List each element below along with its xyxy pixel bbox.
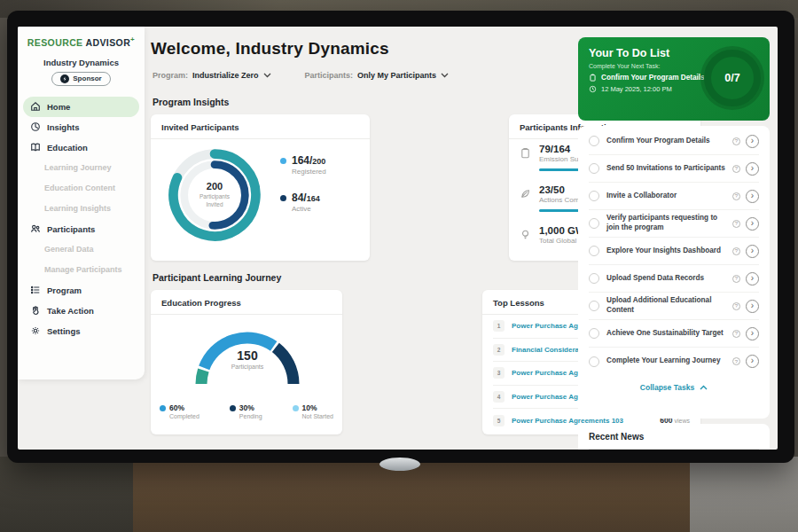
completed-value: 60%	[169, 403, 200, 412]
clock-icon	[589, 85, 597, 93]
todo-item[interactable]: Verify participants requesting to join t…	[589, 210, 759, 238]
legend-pending: 30% Pending	[230, 403, 262, 419]
chevron-right-icon[interactable]: ›	[746, 135, 759, 148]
todo-hero-panel: Your To Do List Complete Your Next Task:…	[578, 37, 770, 121]
main-content: Welcome, Industry Dynamics Program: Indu…	[151, 27, 567, 450]
checkbox[interactable]	[589, 246, 599, 256]
todo-item[interactable]: Send 50 Invitations to Participants ? ›	[589, 155, 759, 183]
invited-total-caption-1: Participants	[200, 193, 230, 201]
info-icon[interactable]: ?	[732, 302, 740, 310]
chevron-right-icon[interactable]: ›	[746, 217, 759, 231]
active-label: Active	[292, 205, 326, 213]
info-icon[interactable]: ?	[732, 247, 740, 255]
gauge-caption: Participants	[181, 364, 314, 370]
legend-active: 84/164 Active	[280, 192, 326, 213]
education-gauge-chart: 150 Participants	[181, 317, 314, 392]
background-desk-paper	[690, 457, 798, 532]
collapse-tasks-link[interactable]: Collapse Tasks	[589, 375, 759, 400]
info-icon[interactable]: ?	[732, 137, 740, 145]
participants-icon	[30, 223, 41, 234]
book-icon	[30, 142, 41, 153]
participants-filter[interactable]: Participants: Only My Participants	[305, 71, 450, 80]
dashboard-screen: RESOURCE ADVISOR+ Industry Dynamics Spon…	[18, 27, 778, 450]
info-icon[interactable]: ?	[732, 165, 740, 173]
sidebar-item-education-content[interactable]: Education Content	[18, 178, 145, 199]
todo-item-label: Upload Additional Educational Content	[606, 296, 729, 315]
monitor-bezel: RESOURCE ADVISOR+ Industry Dynamics Spon…	[7, 11, 794, 463]
recent-news-title: Recent News	[589, 432, 759, 450]
sidebar-item-label: Insights	[47, 122, 79, 132]
active-denominator: 164	[307, 194, 320, 203]
registered-label: Registered	[292, 168, 326, 176]
filter-bar: Program: Industrialize Zero Participants…	[153, 71, 449, 80]
donut-legend: 164/200 Registered 84/164 Active	[280, 154, 326, 229]
checkbox[interactable]	[589, 273, 599, 284]
sidebar-item-home[interactable]: Home	[23, 97, 139, 117]
chevron-right-icon[interactable]: ›	[746, 355, 759, 368]
checkbox[interactable]	[589, 136, 599, 146]
participants-filter-value: Only My Participants	[357, 71, 436, 80]
info-icon[interactable]: ?	[732, 330, 740, 338]
program-filter[interactable]: Program: Industrialize Zero	[153, 71, 271, 80]
sidebar-item-settings[interactable]: Settings	[18, 321, 145, 341]
sponsor-badge-icon	[60, 74, 69, 83]
info-icon[interactable]: ?	[732, 357, 740, 365]
sidebar-nav: Home Insights Education Learning Journey…	[18, 97, 145, 341]
sidebar-item-label: Program	[47, 286, 82, 295]
recent-news-panel: Recent News	[578, 424, 770, 450]
chevron-right-icon[interactable]: ›	[746, 327, 759, 340]
chevron-right-icon[interactable]: ›	[746, 245, 759, 258]
info-icon[interactable]: ?	[732, 220, 740, 228]
program-filter-value: Industrialize Zero	[192, 71, 259, 80]
checkbox[interactable]	[589, 356, 599, 367]
invited-total-caption-2: Invited	[200, 201, 230, 209]
checkbox[interactable]	[589, 218, 599, 229]
sidebar-item-manage-participants[interactable]: Manage Participants	[18, 260, 145, 280]
todo-item[interactable]: Confirm Your Program Details ? ›	[589, 128, 759, 155]
chevron-right-icon[interactable]: ›	[746, 190, 759, 203]
participants-filter-label: Participants:	[305, 71, 354, 80]
info-icon[interactable]: ?	[732, 275, 740, 283]
sidebar-item-insights[interactable]: Insights	[18, 117, 145, 137]
sidebar-item-learning-journey[interactable]: Learning Journey	[18, 158, 145, 178]
education-progress-card: Education Progress 150 Participants 60% …	[151, 290, 342, 434]
card-title: Education Progress	[151, 290, 342, 315]
info-icon[interactable]: ?	[732, 192, 740, 200]
todo-progress-ring: 0/7	[704, 50, 761, 106]
todo-item[interactable]: Upload Spend Data Records ? ›	[589, 265, 759, 293]
todo-item[interactable]: Complete Your Learning Journey ? ›	[589, 348, 759, 375]
todo-column: Your To Do List Complete Your Next Task:…	[578, 27, 770, 450]
sidebar-item-learning-insights[interactable]: Learning Insights	[18, 199, 145, 219]
sidebar: RESOURCE ADVISOR+ Industry Dynamics Spon…	[18, 27, 145, 379]
checkbox[interactable]	[589, 191, 599, 201]
list-icon	[30, 285, 41, 295]
todo-item[interactable]: Invite a Collaborator ? ›	[589, 183, 759, 210]
gear-icon	[30, 325, 41, 336]
invited-donut-chart: 200 Participants Invited	[163, 144, 266, 246]
sidebar-item-label: General Data	[44, 245, 94, 254]
checkbox[interactable]	[589, 328, 599, 339]
chevron-right-icon[interactable]: ›	[746, 162, 759, 176]
lesson-rank: 5	[493, 415, 505, 426]
not-started-label: Not Started	[302, 413, 333, 419]
chevron-right-icon[interactable]: ›	[746, 272, 759, 286]
gauge-legend: 60% Completed 30% Pending 10% Not Starte…	[160, 403, 333, 419]
lesson-rank: 1	[493, 320, 505, 332]
chevron-right-icon[interactable]: ›	[746, 300, 759, 313]
sidebar-item-education[interactable]: Education	[18, 137, 145, 158]
todo-item[interactable]: Explore Your Insights Dashboard ? ›	[589, 238, 759, 265]
checkbox[interactable]	[589, 163, 599, 174]
completed-label: Completed	[169, 413, 200, 419]
page-title: Welcome, Industry Dynamics	[151, 39, 389, 59]
legend-completed: 60% Completed	[160, 403, 200, 419]
checkbox[interactable]	[589, 301, 599, 311]
sidebar-item-program[interactable]: Program	[18, 280, 145, 301]
todo-item[interactable]: Achieve One Sustainability Target ? ›	[589, 320, 759, 348]
sponsor-badge-label: Sponsor	[73, 74, 101, 82]
sidebar-item-take-action[interactable]: Take Action	[18, 301, 145, 321]
pending-label: Pending	[239, 413, 262, 419]
todo-item[interactable]: Upload Additional Educational Content ? …	[589, 293, 759, 320]
sidebar-item-participants[interactable]: Participants	[18, 219, 145, 239]
card-title: Invited Participants	[151, 114, 370, 139]
sidebar-item-general-data[interactable]: General Data	[18, 239, 145, 260]
